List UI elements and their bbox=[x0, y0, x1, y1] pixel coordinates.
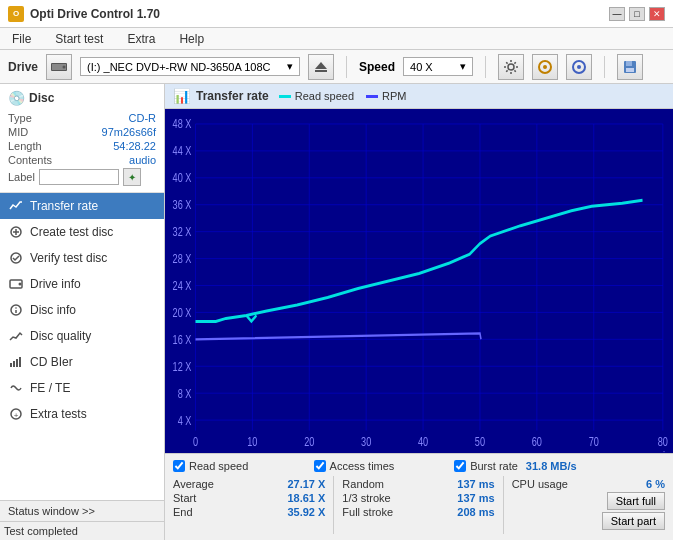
type-key: Type bbox=[8, 112, 32, 124]
svg-rect-11 bbox=[626, 61, 632, 66]
full-stroke-key: Full stroke bbox=[342, 506, 393, 518]
test-completed-text: Test completed bbox=[4, 525, 78, 537]
svg-rect-23 bbox=[13, 361, 15, 367]
svg-text:40: 40 bbox=[418, 434, 428, 448]
svg-text:40 X: 40 X bbox=[173, 171, 192, 185]
one-third-row: 1/3 stroke 137 ms bbox=[342, 492, 494, 504]
start-key: Start bbox=[173, 492, 196, 504]
stats-col-access: Random 137 ms 1/3 stroke 137 ms Full str… bbox=[334, 476, 503, 534]
legend-read-color bbox=[279, 95, 291, 98]
menu-start-test[interactable]: Start test bbox=[51, 31, 107, 47]
maximize-button[interactable]: □ bbox=[629, 7, 645, 21]
access-times-checkbox[interactable] bbox=[314, 460, 326, 472]
nav-verify-test-disc[interactable]: Verify test disc bbox=[0, 245, 164, 271]
transfer-rate-icon bbox=[8, 198, 24, 214]
end-val: 35.92 X bbox=[287, 506, 325, 518]
svg-text:20: 20 bbox=[304, 434, 314, 448]
toolbar: Drive (I:) _NEC DVD+-RW ND-3650A 108C ▾ … bbox=[0, 50, 673, 84]
burst-rate-val: 31.8 MB/s bbox=[526, 460, 577, 472]
svg-text:50: 50 bbox=[475, 434, 485, 448]
svg-text:10: 10 bbox=[247, 434, 257, 448]
average-val: 27.17 X bbox=[287, 478, 325, 490]
svg-rect-28 bbox=[165, 109, 673, 453]
svg-marker-3 bbox=[315, 62, 327, 69]
create-disc-icon bbox=[8, 224, 24, 240]
contents-val: audio bbox=[129, 154, 156, 166]
length-val: 54:28.22 bbox=[113, 140, 156, 152]
svg-point-18 bbox=[19, 283, 22, 286]
disc-quality-icon bbox=[8, 328, 24, 344]
random-row: Random 137 ms bbox=[342, 478, 494, 490]
nav-cd-bler[interactable]: CD BIer bbox=[0, 349, 164, 375]
nav-disc-quality[interactable]: Disc quality bbox=[0, 323, 164, 349]
stats-checkboxes-row: Read speed Access times Burst rate 31.8 … bbox=[165, 458, 673, 474]
nav-fe-te[interactable]: FE / TE bbox=[0, 375, 164, 401]
drive-info-icon bbox=[8, 276, 24, 292]
stats-panel: Read speed Access times Burst rate 31.8 … bbox=[165, 453, 673, 540]
status-bottom: Test completed bbox=[0, 522, 164, 540]
nav-disc-info[interactable]: Disc info bbox=[0, 297, 164, 323]
access-times-label: Access times bbox=[330, 460, 395, 472]
svg-rect-22 bbox=[10, 363, 12, 367]
svg-text:4 X: 4 X bbox=[178, 413, 192, 427]
start-part-button[interactable]: Start part bbox=[602, 512, 665, 530]
transfer-rate-header: 📊 Transfer rate Read speed RPM bbox=[165, 84, 673, 109]
nav-transfer-rate[interactable]: Transfer rate bbox=[0, 193, 164, 219]
burst-rate-checkbox[interactable] bbox=[454, 460, 466, 472]
speed-label: Speed bbox=[359, 60, 395, 74]
verify-disc-icon bbox=[8, 250, 24, 266]
drive-icon-button[interactable] bbox=[46, 54, 72, 80]
content-area: 📊 Transfer rate Read speed RPM bbox=[165, 84, 673, 540]
separator3 bbox=[604, 56, 605, 78]
label-btn[interactable]: ✦ bbox=[123, 168, 141, 186]
write-button[interactable] bbox=[566, 54, 592, 80]
chart-legend: Read speed RPM bbox=[279, 90, 407, 102]
burst-rate-group: Burst rate 31.8 MB/s bbox=[454, 460, 665, 472]
menu-extra[interactable]: Extra bbox=[123, 31, 159, 47]
save-button[interactable] bbox=[617, 54, 643, 80]
window-controls: — □ ✕ bbox=[609, 7, 665, 21]
svg-text:24 X: 24 X bbox=[173, 278, 192, 292]
status-window-button[interactable]: Status window >> bbox=[0, 501, 164, 522]
app-icon: O bbox=[8, 6, 24, 22]
disc-panel: 💿 Disc Type CD-R MID 97m26s66f Length 54… bbox=[0, 84, 164, 193]
menubar: File Start test Extra Help bbox=[0, 28, 673, 50]
mid-key: MID bbox=[8, 126, 28, 138]
cpu-val: 6 % bbox=[646, 478, 665, 490]
svg-rect-4 bbox=[315, 70, 327, 72]
disc-icon: 💿 bbox=[8, 90, 25, 106]
nav-extra-tests[interactable]: + Extra tests bbox=[0, 401, 164, 427]
full-stroke-val: 208 ms bbox=[457, 506, 494, 518]
end-row: End 35.92 X bbox=[173, 506, 325, 518]
svg-rect-25 bbox=[19, 357, 21, 367]
read-speed-group: Read speed bbox=[173, 460, 314, 472]
close-button[interactable]: ✕ bbox=[649, 7, 665, 21]
read-speed-checkbox[interactable] bbox=[173, 460, 185, 472]
start-full-row: Start full bbox=[512, 492, 665, 510]
label-input[interactable] bbox=[39, 169, 119, 185]
legend-read-speed: Read speed bbox=[279, 90, 354, 102]
drive-dropdown[interactable]: (I:) _NEC DVD+-RW ND-3650A 108C ▾ bbox=[80, 57, 300, 76]
menu-file[interactable]: File bbox=[8, 31, 35, 47]
stats-data: Average 27.17 X Start 18.61 X End 35.92 … bbox=[165, 474, 673, 536]
minimize-button[interactable]: — bbox=[609, 7, 625, 21]
svg-point-2 bbox=[63, 65, 66, 68]
settings-button[interactable] bbox=[498, 54, 524, 80]
one-third-val: 137 ms bbox=[457, 492, 494, 504]
nav-create-test-disc[interactable]: Create test disc bbox=[0, 219, 164, 245]
cpu-row: CPU usage 6 % bbox=[512, 478, 665, 490]
start-full-button[interactable]: Start full bbox=[607, 492, 665, 510]
fe-te-icon bbox=[8, 380, 24, 396]
test-disc-button[interactable] bbox=[532, 54, 558, 80]
disc-panel-title: 💿 Disc bbox=[8, 90, 156, 106]
end-key: End bbox=[173, 506, 193, 518]
mid-val: 97m26s66f bbox=[102, 126, 156, 138]
nav-drive-info[interactable]: Drive info bbox=[0, 271, 164, 297]
svg-text:20 X: 20 X bbox=[173, 305, 192, 319]
eject-button[interactable] bbox=[308, 54, 334, 80]
svg-text:48 X: 48 X bbox=[173, 117, 192, 131]
legend-rpm-color bbox=[366, 95, 378, 98]
speed-dropdown[interactable]: 40 X ▾ bbox=[403, 57, 473, 76]
burst-rate-label: Burst rate bbox=[470, 460, 518, 472]
menu-help[interactable]: Help bbox=[175, 31, 208, 47]
